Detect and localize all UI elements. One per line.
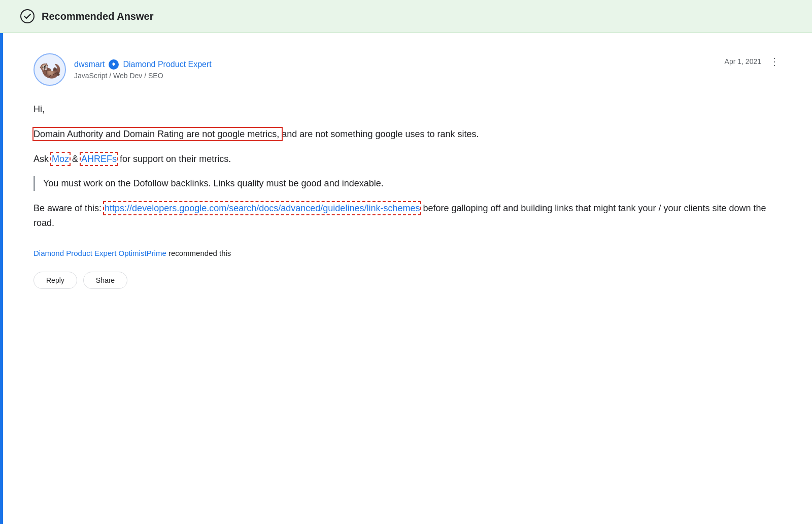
moz-link[interactable]: Moz xyxy=(52,154,69,164)
be-aware-prefix: Be aware of this: xyxy=(33,203,104,213)
ahrefs-link[interactable]: AHREFs xyxy=(81,154,117,164)
author-row: 🦦 dwsmart Diamond Product Expert xyxy=(33,53,782,86)
avatar: 🦦 xyxy=(33,53,66,86)
share-button[interactable]: Share xyxy=(83,272,127,289)
author-username[interactable]: dwsmart xyxy=(74,60,105,69)
blockquote: You must work on the Dofollow backlinks.… xyxy=(33,176,782,191)
moz-ahrefs-paragraph: Ask Moz & AHREFs for support on their me… xyxy=(33,152,782,167)
reply-button[interactable]: Reply xyxy=(33,272,77,289)
rec-suffix: recommended this xyxy=(166,249,231,257)
author-name-row: dwsmart Diamond Product Expert xyxy=(74,59,212,70)
svg-point-0 xyxy=(21,10,34,23)
recommended-banner: Recommended Answer xyxy=(0,0,812,33)
ask-prefix: Ask xyxy=(33,154,51,164)
expert-label: Diamond Product Expert xyxy=(123,60,211,69)
highlighted-sentence: Domain Authority and Domain Rating are n… xyxy=(33,128,282,140)
action-buttons: Reply Share xyxy=(33,272,782,289)
author-details: dwsmart Diamond Product Expert JavaScrip… xyxy=(74,59,212,80)
avatar-image: 🦦 xyxy=(39,59,61,80)
recommender-link[interactable]: Diamond Product Expert OptimistPrime xyxy=(33,249,166,257)
ahrefs-link-box: AHREFs xyxy=(81,153,117,165)
aware-paragraph: Be aware of this: https://developers.goo… xyxy=(33,201,782,231)
answer-body: 🦦 dwsmart Diamond Product Expert xyxy=(3,33,812,524)
post-date: Apr 1, 2021 xyxy=(725,57,761,66)
banner-title: Recommended Answer xyxy=(42,11,153,22)
for-support-text: for support on their metrics. xyxy=(117,154,231,164)
greeting-paragraph: Hi, xyxy=(33,102,782,117)
ampersand: & xyxy=(70,154,81,164)
content-area: 🦦 dwsmart Diamond Product Expert xyxy=(0,33,812,524)
google-link-box: https://developers.google.com/search/doc… xyxy=(104,202,420,214)
main-paragraph: Domain Authority and Domain Rating are n… xyxy=(33,127,782,142)
meta-right: Apr 1, 2021 ⋮ xyxy=(725,53,782,70)
check-circle-icon xyxy=(20,9,35,23)
diamond-badge-icon xyxy=(109,59,119,70)
author-specialties: JavaScript / Web Dev / SEO xyxy=(74,72,212,80)
recommendation-footer: Diamond Product Expert OptimistPrime rec… xyxy=(33,249,782,257)
page-wrapper: Recommended Answer 🦦 dwsmart xyxy=(0,0,812,524)
answer-text: Hi, Domain Authority and Domain Rating a… xyxy=(33,102,782,231)
paragraph1-continuation: and are not something google uses to ran… xyxy=(282,129,479,139)
google-link[interactable]: https://developers.google.com/search/doc… xyxy=(105,203,420,213)
blockquote-text: You must work on the Dofollow backlinks.… xyxy=(43,178,384,188)
author-info: 🦦 dwsmart Diamond Product Expert xyxy=(33,53,212,86)
moz-link-box: Moz xyxy=(51,153,70,165)
more-options-icon[interactable]: ⋮ xyxy=(767,53,782,70)
